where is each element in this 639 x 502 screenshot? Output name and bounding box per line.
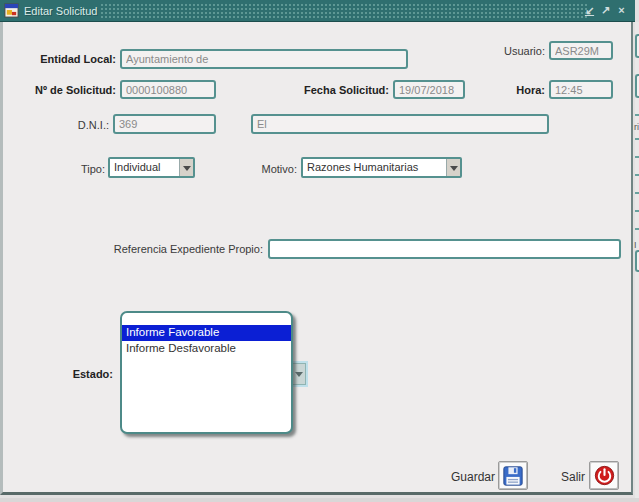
power-off-icon [594, 465, 615, 486]
tipo-dropdown-arrow-icon[interactable] [179, 159, 193, 176]
background-field-edge [635, 74, 639, 98]
tipo-label: Tipo: [63, 163, 105, 175]
motivo-label: Motivo: [251, 163, 297, 175]
referencia-field[interactable] [268, 239, 621, 259]
salir-label: Salir [561, 470, 585, 484]
num-solicitud-label: Nº de Solicitud: [11, 84, 116, 96]
hora-field[interactable] [549, 80, 613, 99]
background-line [635, 192, 639, 194]
estado-dropdown-list: Informe Favorable Informe Desfavorable [120, 311, 293, 434]
estado-option[interactable]: Informe Desfavorable [122, 341, 291, 357]
fecha-solicitud-label: Fecha Solicitud: [283, 84, 389, 96]
titlebar-pattern [100, 3, 589, 18]
fecha-solicitud-field[interactable] [393, 80, 465, 99]
usuario-field[interactable] [549, 41, 613, 60]
guardar-label: Guardar [451, 470, 495, 484]
hora-label: Hora: [501, 84, 545, 96]
salir-button[interactable] [589, 461, 619, 490]
editar-solicitud-dialog: Editar Solicitud ↙ ↗ × Entidad Local: Us… [0, 0, 633, 495]
dni-name-field[interactable] [251, 114, 549, 134]
save-floppy-icon [502, 465, 524, 487]
motivo-dropdown-arrow-icon[interactable] [446, 159, 460, 176]
dni-label: D.N.I.: [61, 119, 109, 131]
motivo-combobox[interactable]: Razones Humanitarias [301, 157, 462, 178]
tipo-value: Individual [110, 159, 179, 176]
estado-dropdown-arrow-icon[interactable] [291, 363, 306, 385]
usuario-label: Usuario: [501, 45, 545, 57]
background-line [635, 156, 639, 158]
background-line [635, 114, 639, 116]
minimize-icon[interactable]: ↙ [583, 3, 596, 18]
background-line [635, 228, 639, 230]
tipo-combobox[interactable]: Individual [108, 157, 195, 178]
restore-icon[interactable]: ↗ [599, 3, 612, 18]
dni-field[interactable] [113, 114, 216, 134]
guardar-button[interactable] [498, 461, 528, 490]
estado-option-selected[interactable]: Informe Favorable [122, 325, 291, 341]
background-text-fragment: ri [634, 122, 639, 132]
background-text-fragment: I [634, 240, 637, 250]
dialog-titlebar[interactable]: Editar Solicitud ↙ ↗ × [0, 0, 635, 22]
background-bottom-strip [0, 498, 639, 502]
background-field-edge [635, 250, 639, 272]
screen: Editar Solicitud ↙ ↗ × Entidad Local: Us… [0, 0, 639, 502]
background-line [635, 210, 639, 212]
dialog-title: Editar Solicitud [24, 5, 97, 17]
background-field-edge [635, 34, 639, 58]
close-icon[interactable]: × [615, 3, 628, 18]
background-window-strip: ri I [635, 22, 639, 502]
entidad-local-label: Entidad Local: [21, 53, 116, 65]
referencia-label: Referencia Expediente Propio: [98, 243, 263, 255]
background-line [635, 174, 639, 176]
estado-label: Estado: [65, 368, 113, 380]
form-window-icon [4, 3, 19, 18]
num-solicitud-field[interactable] [120, 80, 216, 99]
background-line [635, 138, 639, 140]
motivo-value: Razones Humanitarias [303, 159, 446, 176]
entidad-local-field[interactable] [120, 49, 408, 69]
